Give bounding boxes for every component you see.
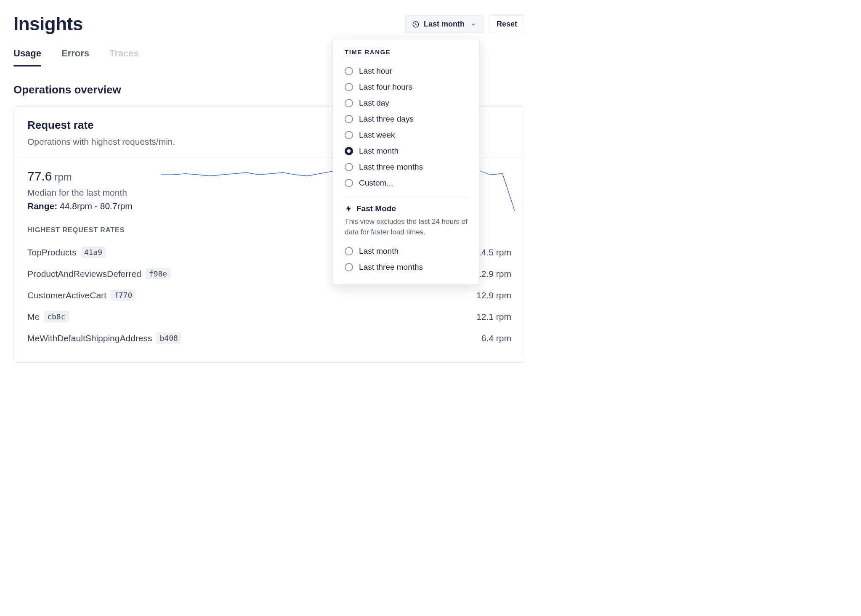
tab-usage[interactable]: Usage bbox=[13, 48, 41, 66]
operation-name: MeWithDefaultShippingAddress bbox=[27, 333, 152, 343]
operation-rate: 12.1 rpm bbox=[476, 312, 511, 322]
time-range-popover: TIME RANGE Last hourLast four hoursLast … bbox=[332, 38, 480, 285]
radio-label: Custom... bbox=[359, 178, 393, 188]
popover-divider bbox=[345, 197, 468, 197]
radio-icon bbox=[345, 67, 353, 75]
popover-heading: TIME RANGE bbox=[345, 48, 468, 56]
radio-icon bbox=[345, 147, 353, 155]
time-range-option[interactable]: Last week bbox=[345, 127, 468, 143]
time-range-option[interactable]: Last month bbox=[345, 143, 468, 159]
page-title: Insights bbox=[13, 13, 83, 35]
radio-icon bbox=[345, 247, 353, 255]
range-label: Range: bbox=[27, 201, 57, 211]
operation-rate: 6.4 rpm bbox=[481, 333, 511, 343]
operation-hash: 41a9 bbox=[81, 247, 106, 258]
operation-hash: b408 bbox=[156, 332, 181, 344]
metric-unit: rpm bbox=[54, 171, 72, 183]
clock-icon bbox=[412, 21, 420, 28]
time-range-option[interactable]: Last day bbox=[345, 95, 468, 111]
time-range-option[interactable]: Last month bbox=[345, 243, 468, 259]
lightning-icon bbox=[345, 204, 352, 213]
radio-label: Last three months bbox=[359, 263, 423, 272]
operation-name: ProductAndReviewsDeferred bbox=[27, 269, 141, 279]
radio-label: Last three months bbox=[359, 162, 423, 172]
range-value: 44.8rpm - 80.7rpm bbox=[60, 201, 133, 211]
tab-errors[interactable]: Errors bbox=[61, 48, 89, 66]
radio-icon bbox=[345, 263, 353, 271]
time-range-option[interactable]: Last three days bbox=[345, 111, 468, 127]
time-range-options: Last hourLast four hoursLast dayLast thr… bbox=[345, 63, 468, 191]
header-controls: Last month Reset bbox=[405, 15, 525, 33]
fast-mode-title: Fast Mode bbox=[356, 204, 396, 213]
time-range-button[interactable]: Last month bbox=[405, 15, 484, 33]
fast-mode-options: Last monthLast three months bbox=[345, 243, 468, 275]
fast-mode-heading: Fast Mode bbox=[345, 204, 468, 213]
operation-name: Me bbox=[27, 312, 40, 322]
radio-label: Last four hours bbox=[359, 82, 412, 92]
operation-hash: cb8c bbox=[44, 311, 69, 322]
operation-name: TopProducts bbox=[27, 247, 77, 258]
radio-label: Last week bbox=[359, 130, 395, 140]
radio-label: Last three days bbox=[359, 114, 414, 124]
operation-row[interactable]: CustomerActiveCartf77012.9 rpm bbox=[27, 284, 511, 306]
radio-label: Last day bbox=[359, 98, 389, 108]
radio-icon bbox=[345, 115, 353, 123]
operation-rate: 12.9 rpm bbox=[476, 290, 511, 300]
operation-name: CustomerActiveCart bbox=[27, 290, 106, 300]
radio-label: Last month bbox=[359, 247, 399, 256]
radio-icon bbox=[345, 131, 353, 139]
chevron-down-icon bbox=[470, 21, 476, 27]
operation-rate: 14.5 rpm bbox=[476, 247, 511, 258]
time-range-option[interactable]: Last three months bbox=[345, 259, 468, 275]
operation-row[interactable]: MeWithDefaultShippingAddressb4086.4 rpm bbox=[27, 327, 511, 349]
time-range-label: Last month bbox=[424, 20, 465, 29]
radio-label: Last hour bbox=[359, 66, 392, 76]
time-range-option[interactable]: Last three months bbox=[345, 159, 468, 175]
radio-icon bbox=[345, 83, 353, 91]
operation-row[interactable]: Mecb8c12.1 rpm bbox=[27, 306, 511, 327]
operation-hash: f98e bbox=[146, 268, 170, 279]
metric-value: 77.6 bbox=[27, 169, 52, 183]
radio-icon bbox=[345, 99, 353, 107]
radio-label: Last month bbox=[359, 146, 399, 156]
radio-icon bbox=[345, 179, 353, 187]
time-range-option[interactable]: Custom... bbox=[345, 175, 468, 191]
tab-traces: Traces bbox=[109, 48, 139, 66]
radio-icon bbox=[345, 163, 353, 171]
operation-hash: f770 bbox=[111, 289, 136, 301]
time-range-option[interactable]: Last hour bbox=[345, 63, 468, 79]
operation-rate: 12.9 rpm bbox=[476, 269, 511, 279]
time-range-option[interactable]: Last four hours bbox=[345, 79, 468, 95]
reset-button[interactable]: Reset bbox=[489, 15, 525, 33]
fast-mode-desc: This view excludes the last 24 hours of … bbox=[345, 217, 468, 237]
